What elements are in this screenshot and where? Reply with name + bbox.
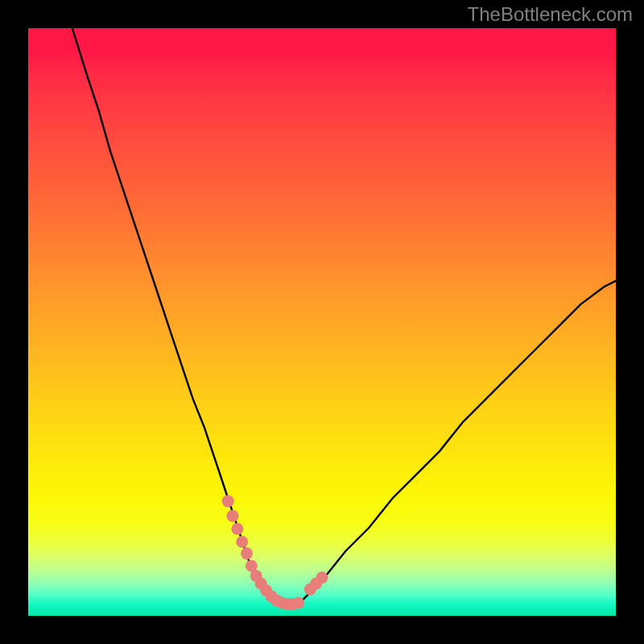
curve-layer — [28, 28, 616, 616]
marker-group — [222, 495, 328, 610]
marker-dot — [222, 495, 234, 507]
plot-area — [28, 28, 616, 616]
marker-dot — [227, 510, 239, 522]
watermark-text: TheBottleneck.com — [468, 3, 633, 26]
marker-dot — [241, 547, 253, 559]
marker-dot — [316, 572, 328, 584]
marker-dot — [292, 597, 304, 609]
bottleneck-curve — [72, 28, 616, 604]
marker-dot — [231, 523, 243, 535]
marker-dot — [236, 536, 248, 548]
chart-frame: TheBottleneck.com — [0, 0, 644, 644]
